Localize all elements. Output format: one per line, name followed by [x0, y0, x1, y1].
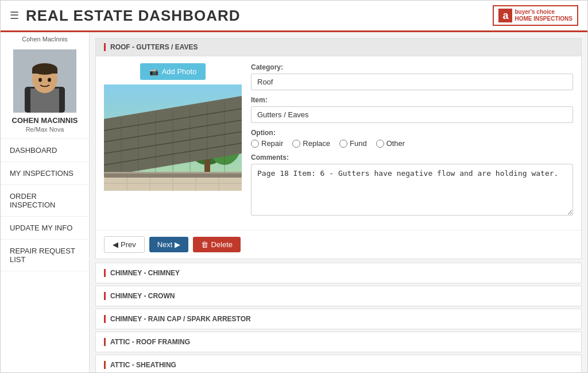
option-fund-label: Fund: [350, 139, 367, 148]
prev-button[interactable]: ◀ Prev: [104, 236, 145, 253]
sidebar-nav: DASHBOARD MY INSPECTIONS ORDER INSPECTIO…: [1, 139, 89, 271]
brand-logo: a buyer's choice HOME INSPECTIONS: [493, 5, 578, 26]
comments-field-group: Comments: Page 18 Item: 6 - Gutters have…: [251, 153, 573, 217]
section-header: ROOF - GUTTERS / EAVES: [96, 39, 581, 56]
sidebar-item-update-info[interactable]: UPDATE MY INFO: [1, 217, 89, 240]
trash-icon: 🗑: [201, 240, 208, 249]
option-other-label: Other: [386, 139, 405, 148]
section-bar-icon: [104, 43, 106, 51]
category-input[interactable]: [251, 74, 573, 90]
option-other[interactable]: Other: [376, 139, 405, 148]
collapsed-section-3: ATTIC - ROOF FRAMING: [95, 332, 582, 352]
svg-point-7: [48, 78, 51, 82]
hamburger-menu-icon[interactable]: ☰: [10, 9, 19, 22]
section-bar-icon: [104, 315, 106, 323]
collapsed-section-2: CHIMNEY - RAIN CAP / SPARK ARRESTOR: [95, 309, 582, 329]
option-repair-radio[interactable]: [251, 140, 259, 148]
prev-icon: ◀: [113, 240, 118, 249]
option-replace-radio[interactable]: [292, 140, 300, 148]
sidebar-item-my-inspections[interactable]: MY INSPECTIONS: [1, 162, 89, 185]
collapsed-header-4[interactable]: ATTIC - SHEATHING: [96, 355, 581, 372]
svg-rect-25: [104, 172, 242, 174]
roof-photo: [104, 84, 242, 191]
collapsed-label-4: ATTIC - SHEATHING: [110, 361, 176, 369]
section-bar-icon: [104, 361, 106, 369]
sidebar-user-subtitle: Re/Max Nova: [26, 126, 64, 139]
top-bar-left: ☰ REAL ESTATE DASHBOARD: [10, 7, 240, 25]
collapsed-label-1: CHIMNEY - CROWN: [110, 292, 175, 300]
collapsed-label-0: CHIMNEY - CHIMNEY: [110, 269, 180, 277]
sidebar-user-header: Cohen MacInnis: [20, 32, 70, 44]
option-fund[interactable]: Fund: [339, 139, 367, 148]
item-label: Item:: [251, 96, 573, 104]
item-field-group: Item:: [251, 96, 573, 123]
section-bar-icon: [104, 269, 106, 277]
collapsed-section-4: ATTIC - SHEATHING: [95, 355, 582, 372]
option-replace[interactable]: Replace: [292, 139, 330, 148]
category-label: Category:: [251, 63, 573, 71]
collapsed-header-0[interactable]: CHIMNEY - CHIMNEY: [96, 263, 581, 283]
collapsed-header-2[interactable]: CHIMNEY - RAIN CAP / SPARK ARRESTOR: [96, 309, 581, 329]
camera-icon: 📷: [149, 67, 158, 76]
delete-button[interactable]: 🗑 Delete: [193, 237, 241, 252]
active-section-card: ROOF - GUTTERS / EAVES 📷 Add Photo: [95, 38, 582, 259]
section-bar-icon: [104, 338, 106, 346]
option-field-group: Option: Repair Replace: [251, 129, 573, 148]
collapsed-section-1: CHIMNEY - CROWN: [95, 286, 582, 306]
category-field-group: Category:: [251, 63, 573, 90]
option-other-radio[interactable]: [376, 140, 384, 148]
collapsed-label-2: CHIMNEY - RAIN CAP / SPARK ARRESTOR: [110, 315, 251, 323]
avatar: [13, 49, 76, 113]
option-fund-radio[interactable]: [339, 140, 347, 148]
svg-point-6: [38, 78, 42, 82]
add-photo-button[interactable]: 📷 Add Photo: [140, 63, 206, 80]
section-title: ROOF - GUTTERS / EAVES: [110, 43, 198, 51]
photo-column: 📷 Add Photo: [104, 63, 242, 223]
sidebar: Cohen MacInnis: [1, 32, 90, 372]
svg-rect-5: [32, 69, 57, 74]
sidebar-user-name: COHEN MACINNIS: [10, 113, 80, 126]
option-repair-label: Repair: [261, 139, 283, 148]
next-icon: ▶: [175, 240, 180, 249]
main-content: ROOF - GUTTERS / EAVES 📷 Add Photo: [90, 32, 587, 372]
sidebar-item-dashboard[interactable]: DASHBOARD: [1, 139, 89, 162]
sidebar-item-order-inspection[interactable]: ORDER INSPECTION: [1, 185, 89, 217]
top-bar: ☰ REAL ESTATE DASHBOARD a buyer's choice…: [1, 1, 587, 32]
fields-column: Category: Item: Option:: [251, 63, 573, 223]
collapsed-label-3: ATTIC - ROOF FRAMING: [110, 338, 190, 346]
comments-textarea[interactable]: Page 18 Item: 6 - Gutters have negative …: [251, 164, 573, 216]
collapsed-section-0: CHIMNEY - CHIMNEY: [95, 263, 582, 283]
section-bar-icon: [104, 292, 106, 300]
option-repair[interactable]: Repair: [251, 139, 283, 148]
photo-container: [104, 84, 242, 191]
next-button[interactable]: Next ▶: [149, 237, 189, 252]
page-title: REAL ESTATE DASHBOARD: [26, 7, 240, 25]
form-area: 📷 Add Photo: [96, 56, 581, 230]
comments-label: Comments:: [251, 153, 573, 161]
collapsed-header-1[interactable]: CHIMNEY - CROWN: [96, 286, 581, 306]
logo-letter: a: [498, 9, 512, 22]
action-row: ◀ Prev Next ▶ 🗑 Delete: [96, 230, 581, 259]
sidebar-item-repair-request-list[interactable]: REPAIR REQUEST LIST: [1, 240, 89, 271]
option-replace-label: Replace: [303, 139, 330, 148]
option-label: Option:: [251, 129, 573, 137]
collapsed-header-3[interactable]: ATTIC - ROOF FRAMING: [96, 332, 581, 352]
item-input[interactable]: [251, 106, 573, 123]
logo-text: buyer's choice HOME INSPECTIONS: [514, 9, 572, 22]
option-row: Repair Replace Fund: [251, 139, 573, 148]
